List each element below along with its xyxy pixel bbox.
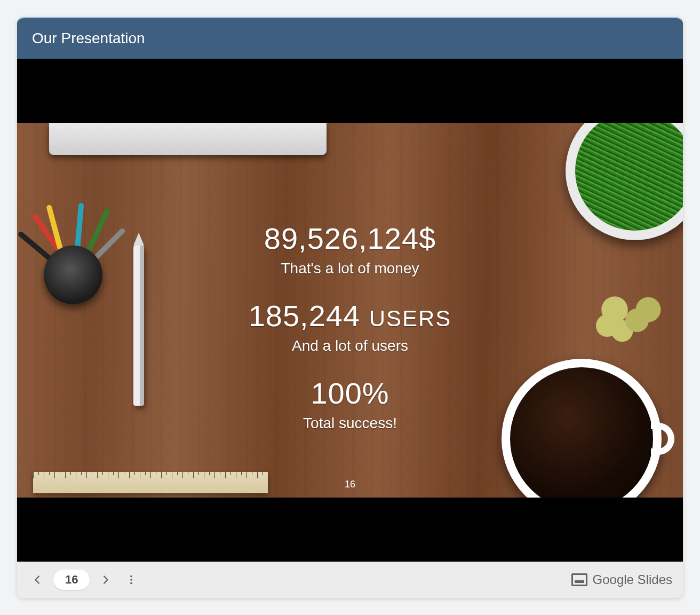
card-header: Our Presentation bbox=[17, 18, 683, 59]
svg-point-0 bbox=[131, 575, 133, 578]
player-controls: 16 Google Slides bbox=[17, 562, 683, 598]
chevron-left-icon bbox=[31, 574, 43, 586]
stat-2-value: 185,244 USERS bbox=[249, 298, 452, 333]
stat-1-value: 89,526,124$ bbox=[264, 221, 436, 256]
presentation-card: Our Presentation 89,526,124$ That's a bbox=[17, 17, 683, 598]
stat-1-caption: That's a lot of money bbox=[281, 260, 419, 277]
options-button[interactable] bbox=[122, 570, 141, 589]
svg-point-2 bbox=[131, 582, 133, 585]
chevron-right-icon bbox=[100, 574, 112, 586]
slide-viewer[interactable]: 89,526,124$ That's a lot of money 185,24… bbox=[17, 59, 683, 562]
slide-page-number: 16 bbox=[345, 479, 355, 490]
stat-3-caption: Total success! bbox=[303, 415, 397, 432]
slide: 89,526,124$ That's a lot of money 185,24… bbox=[17, 123, 683, 498]
stat-2-caption: And a lot of users bbox=[292, 337, 408, 354]
provider-link[interactable]: Google Slides bbox=[571, 572, 672, 587]
slides-icon bbox=[571, 573, 587, 586]
provider-label: Google Slides bbox=[593, 572, 672, 587]
stat-2-number: 185,244 bbox=[249, 299, 360, 333]
prev-slide-button[interactable] bbox=[28, 570, 47, 589]
next-slide-button[interactable] bbox=[96, 570, 115, 589]
slide-content: 89,526,124$ That's a lot of money 185,24… bbox=[17, 123, 683, 498]
card-title: Our Presentation bbox=[32, 30, 145, 46]
svg-point-1 bbox=[131, 579, 133, 581]
stat-3-value: 100% bbox=[311, 376, 389, 411]
more-vert-icon bbox=[125, 574, 137, 586]
page-indicator[interactable]: 16 bbox=[53, 570, 90, 590]
stat-2-suffix: USERS bbox=[369, 306, 452, 331]
